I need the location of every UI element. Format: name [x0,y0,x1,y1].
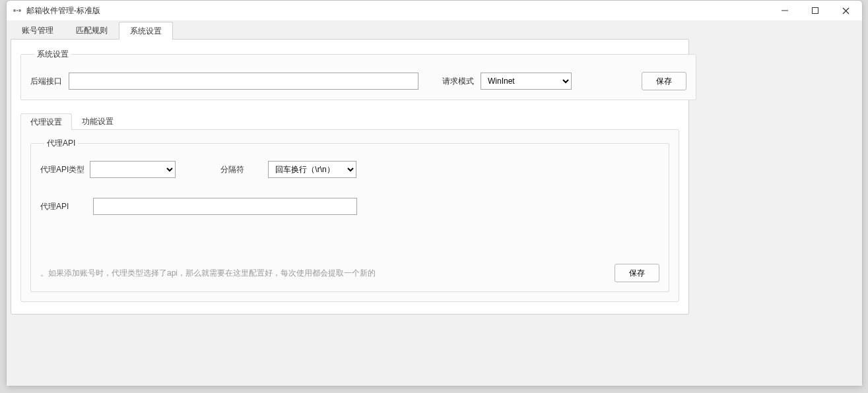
proxy-settings-panel: 代理API 代理API类型 分隔符 回车换行（\r\n） [20,129,679,302]
system-settings-panel: 系统设置 后端接口 请求模式 WinInet 保存 代理设置 功能设置 [11,39,689,315]
client-area: 账号管理 匹配规则 系统设置 系统设置 后端接口 请求模式 WinInet 保存 [7,20,862,386]
system-settings-group: 系统设置 后端接口 请求模式 WinInet 保存 [20,49,696,100]
tab-accounts[interactable]: 账号管理 [11,21,65,39]
proxy-api-row: 代理API [40,198,659,215]
proxy-api-group: 代理API 代理API类型 分隔符 回车换行（\r\n） [30,138,669,292]
maximize-button[interactable] [800,1,830,20]
backend-input[interactable] [69,73,418,90]
tab-function-settings[interactable]: 功能设置 [72,113,123,129]
tab-match-rules[interactable]: 匹配规则 [65,21,119,39]
delimiter-select[interactable]: 回车换行（\r\n） [268,161,356,178]
window-controls [770,1,861,20]
proxy-api-input[interactable] [93,198,357,215]
window-title: 邮箱收件管理-标准版 [26,5,100,16]
system-save-button[interactable]: 保存 [642,72,686,90]
app-icon [12,5,22,16]
tab-system-settings[interactable]: 系统设置 [119,22,173,40]
backend-label: 后端接口 [30,76,62,87]
svg-point-0 [13,9,16,12]
proxy-hint: 。如果添加账号时，代理类型选择了api，那么就需要在这里配置好，每次使用都会提取… [40,268,376,279]
title-bar: 邮箱收件管理-标准版 [7,1,862,20]
proxy-footer-row: 。如果添加账号时，代理类型选择了api，那么就需要在这里配置好，每次使用都会提取… [40,264,659,282]
main-tabstrip: 账号管理 匹配规则 系统设置 [11,22,858,39]
request-mode-select[interactable]: WinInet [481,73,572,90]
close-button[interactable] [830,1,861,20]
proxy-api-type-label: 代理API类型 [40,164,84,175]
svg-rect-2 [17,10,18,11]
svg-point-1 [18,9,21,12]
system-settings-legend: 系统设置 [34,49,71,60]
inner-tabstrip: 代理设置 功能设置 [20,113,679,129]
system-row: 后端接口 请求模式 WinInet 保存 [30,72,686,90]
proxy-api-legend: 代理API [44,138,78,149]
minimize-button[interactable] [770,1,800,20]
proxy-api-type-select[interactable] [90,161,176,178]
proxy-api-label: 代理API [40,201,88,212]
proxy-type-row: 代理API类型 分隔符 回车换行（\r\n） [40,161,659,178]
tab-proxy-settings[interactable]: 代理设置 [20,113,72,130]
svg-rect-4 [813,8,818,14]
app-window: 邮箱收件管理-标准版 账号管理 匹配规则 系统设置 系统设置 后端接口 [6,0,863,386]
request-mode-label: 请求模式 [442,76,474,87]
proxy-save-button[interactable]: 保存 [615,264,659,282]
delimiter-label: 分隔符 [220,164,244,175]
